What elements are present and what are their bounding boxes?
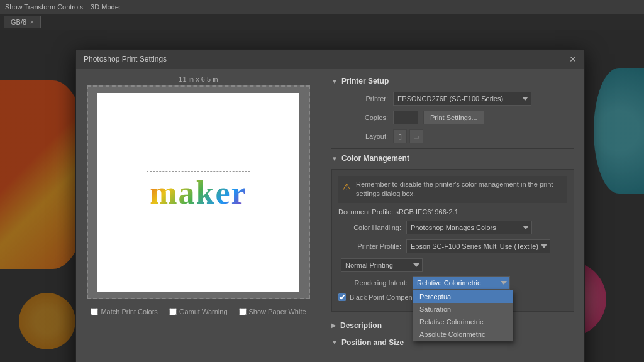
canvas-area: Photoshop Print Settings ✕ 11 in x 6.5 i… — [0, 30, 644, 362]
print-settings-button[interactable]: Print Settings... — [423, 111, 484, 124]
position-size-triangle: ▼ — [331, 339, 338, 346]
print-dimensions: 11 in x 6.5 in — [179, 75, 218, 83]
rendering-intent-row: Rendering Intent: Relative Colorimetric … — [338, 276, 567, 290]
warning-icon: ⚠ — [342, 181, 351, 193]
gamut-warning-label[interactable]: Gamut Warning — [169, 308, 228, 315]
rendering-intent-dropdown-menu: Perceptual Saturation Relative Colorimet… — [413, 290, 513, 341]
show-paper-white-text: Show Paper White — [249, 308, 306, 315]
layout-label: Layout: — [331, 133, 388, 140]
printer-row: Printer: EPSONCD276F (SC-F100 Series) — [331, 92, 574, 106]
settings-panel: ▼ Printer Setup Printer: EPSONCD276F (SC… — [321, 69, 584, 362]
description-title: Description — [340, 321, 382, 330]
rendering-intent-select[interactable]: Relative Colorimetric — [413, 276, 510, 290]
match-print-colors-label[interactable]: Match Print Colors — [91, 308, 157, 315]
copies-label: Copies: — [331, 114, 388, 121]
black-point-checkbox[interactable] — [338, 293, 346, 301]
printer-profile-select[interactable]: Epson SC-F100 Series Multi Use (Textile) — [406, 239, 550, 253]
color-mgmt-section: ⚠ Remember to disable the printer's colo… — [331, 169, 574, 312]
printer-profile-label: Printer Profile: — [338, 243, 401, 250]
layout-icons: ▯ ▭ — [393, 129, 423, 143]
show-paper-white-label[interactable]: Show Paper White — [239, 308, 306, 315]
preview-footer: Match Print Colors Gamut Warning Show Pa… — [91, 305, 306, 318]
rendering-intent-dropdown-container: Relative Colorimetric Perceptual Saturat… — [413, 276, 510, 290]
doc-profile-row: Document Profile: sRGB IEC61966-2.1 — [338, 208, 567, 216]
dropdown-item-saturation[interactable]: Saturation — [413, 303, 513, 315]
preview-paper: maker — [97, 93, 299, 292]
position-size-title: Position and Size — [341, 338, 404, 347]
color-handling-select[interactable]: Photoshop Manages Colors — [406, 221, 532, 234]
printer-setup-header: ▼ Printer Setup — [331, 77, 574, 85]
tab-bar: GB/8 × — [0, 14, 644, 30]
show-paper-white-checkbox[interactable] — [239, 308, 247, 315]
printer-setup-title: Printer Setup — [341, 77, 389, 85]
copies-row: Copies: 1 Print Settings... — [331, 111, 574, 124]
dropdown-item-absolute-colorimetric[interactable]: Absolute Colorimetric — [413, 328, 513, 341]
color-mgmt-header: ▼ Color Management — [331, 154, 574, 163]
preview-image-border: maker — [147, 171, 250, 214]
color-mgmt-title: Color Management — [341, 154, 409, 163]
layout-row: Layout: ▯ ▭ — [331, 129, 574, 143]
gamut-warning-checkbox[interactable] — [169, 308, 177, 315]
color-mgmt-triangle: ▼ — [331, 155, 338, 162]
color-handling-label: Color Handling: — [338, 224, 401, 231]
dialog-titlebar: Photoshop Print Settings ✕ — [76, 50, 584, 69]
dropdown-item-relative-colorimetric[interactable]: Relative Colorimetric — [413, 315, 513, 328]
three-d-mode-label: 3D Mode: — [91, 3, 121, 11]
copies-input[interactable]: 1 — [393, 111, 418, 124]
layout-landscape-icon[interactable]: ▭ — [409, 129, 423, 143]
printer-select[interactable]: EPSONCD276F (SC-F100 Series) — [393, 92, 531, 106]
normal-printing-select[interactable]: Normal Printing — [341, 258, 423, 272]
tab-name: GB/8 — [11, 18, 26, 26]
layout-portrait-icon[interactable]: ▯ — [393, 129, 407, 143]
dialog-close-button[interactable]: ✕ — [569, 55, 577, 63]
preview-panel: 11 in x 6.5 in maker Match Print Colors — [76, 69, 321, 362]
printer-setup-triangle: ▼ — [331, 78, 338, 85]
doc-profile-label: Document Profile: — [338, 208, 393, 216]
top-toolbar: Show Transform Controls 3D Mode: — [0, 0, 644, 14]
doc-profile-value: sRGB IEC61966-2.1 — [396, 208, 458, 216]
dialog-title: Photoshop Print Settings — [84, 55, 167, 63]
color-handling-row: Color Handling: Photoshop Manages Colors — [338, 221, 567, 234]
printer-label: Printer: — [331, 95, 388, 102]
warning-text: Remember to disable the printer's color … — [356, 180, 564, 199]
match-print-colors-text: Match Print Colors — [101, 308, 157, 315]
show-transform-label: Show Transform Controls — [5, 3, 83, 11]
description-triangle: ▶ — [331, 322, 336, 329]
dialog-body: 11 in x 6.5 in maker Match Print Colors — [76, 69, 584, 362]
dropdown-item-perceptual[interactable]: Perceptual — [413, 290, 513, 303]
maker-text: maker — [150, 174, 247, 211]
warning-box: ⚠ Remember to disable the printer's colo… — [338, 176, 567, 203]
tab-close-button[interactable]: × — [30, 19, 34, 26]
gamut-warning-text: Gamut Warning — [179, 308, 228, 315]
preview-canvas: maker — [87, 85, 310, 299]
printer-profile-row: Printer Profile: Epson SC-F100 Series Mu… — [338, 239, 567, 253]
rendering-intent-label: Rendering Intent: — [338, 279, 408, 287]
print-settings-dialog: Photoshop Print Settings ✕ 11 in x 6.5 i… — [75, 49, 585, 362]
match-print-colors-checkbox[interactable] — [91, 308, 98, 315]
normal-printing-row: Normal Printing — [338, 258, 567, 272]
document-tab[interactable]: GB/8 × — [4, 16, 41, 28]
